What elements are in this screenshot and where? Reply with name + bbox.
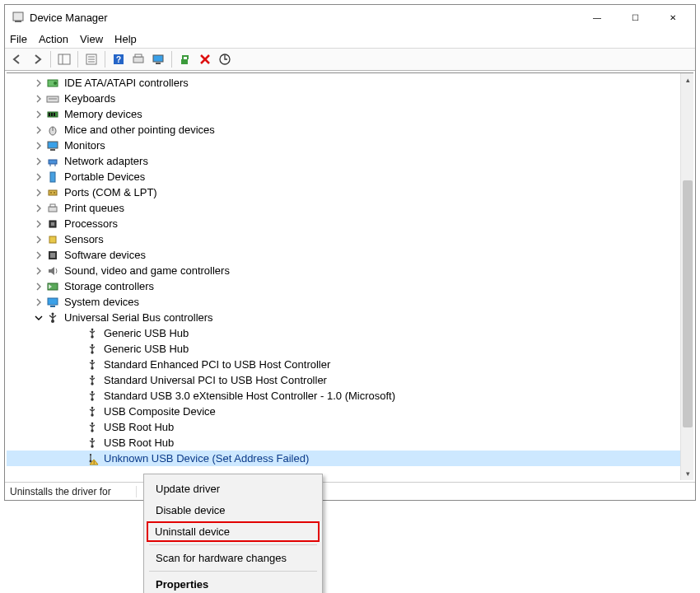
chevron-icon[interactable] <box>33 109 44 120</box>
tree-child-node[interactable]: Generic USB Hub <box>7 341 680 357</box>
tree-child-node[interactable]: Standard Enhanced PCI to USB Host Contro… <box>7 357 680 372</box>
scroll-down-icon[interactable]: ▾ <box>681 467 693 480</box>
tree-child-node[interactable]: !Unknown USB Device (Set Address Failed) <box>7 451 680 466</box>
titlebar[interactable]: Device Manager — ☐ ✕ <box>5 5 695 30</box>
help-button[interactable]: ? <box>110 50 128 68</box>
usb-icon <box>86 437 99 450</box>
svg-point-79 <box>91 406 94 409</box>
svg-rect-24 <box>51 113 53 116</box>
tree-node[interactable]: System devices <box>7 294 680 310</box>
tree-node-label: Sound, video and game controllers <box>64 264 230 277</box>
cm-uninstall-device[interactable]: Uninstall device <box>147 521 320 542</box>
update-driver-button[interactable] <box>176 50 194 68</box>
cm-disable-device[interactable]: Disable device <box>147 500 319 521</box>
menu-action[interactable]: Action <box>39 33 68 45</box>
back-button[interactable] <box>8 50 26 68</box>
tree-node[interactable]: Print queues <box>7 200 680 216</box>
menu-view[interactable]: View <box>80 33 103 45</box>
chevron-icon[interactable] <box>33 312 44 324</box>
tree-child-node[interactable]: USB Composite Device <box>7 404 680 419</box>
tree-child-node[interactable]: Standard Universal PCI to USB Host Contr… <box>7 372 680 388</box>
show-hide-tree-button[interactable] <box>55 50 73 68</box>
tree-child-node[interactable]: Generic USB Hub <box>7 325 680 341</box>
cm-update-driver[interactable]: Update driver <box>147 479 319 499</box>
svg-rect-1 <box>15 21 21 22</box>
tree-node[interactable]: Sound, video and game controllers <box>7 263 680 278</box>
tree-node-label: Memory devices <box>64 108 142 120</box>
forward-button[interactable] <box>28 50 46 68</box>
network-icon <box>46 155 59 168</box>
chevron-icon[interactable] <box>33 140 44 152</box>
chevron-icon[interactable] <box>33 93 44 105</box>
chevron-icon[interactable] <box>33 296 44 308</box>
tree-child-node[interactable]: USB Root Hub <box>7 435 680 451</box>
svg-rect-23 <box>49 113 50 116</box>
vertical-scrollbar[interactable]: ▴ ▾ <box>680 73 693 480</box>
tree-node-label: Sensors <box>64 233 104 245</box>
port-icon <box>46 186 59 199</box>
tree-node[interactable]: Ports (COM & LPT) <box>7 184 680 200</box>
svg-point-94 <box>90 453 91 455</box>
tree-node[interactable]: Network adapters <box>7 153 680 169</box>
chevron-icon[interactable] <box>33 187 44 198</box>
printer-button[interactable] <box>129 50 147 68</box>
svg-point-84 <box>91 422 94 424</box>
svg-point-49 <box>52 312 54 315</box>
svg-rect-34 <box>49 190 57 195</box>
chevron-icon[interactable] <box>33 124 44 136</box>
display-button[interactable] <box>149 50 167 68</box>
svg-rect-14 <box>181 59 188 64</box>
storage-icon <box>46 280 59 293</box>
tree-node[interactable]: IDE ATA/ATAPI controllers <box>7 75 680 91</box>
properties-button[interactable] <box>82 50 100 68</box>
tree-node[interactable]: Memory devices <box>7 106 680 122</box>
tree-node[interactable]: Universal Serial Bus controllers <box>7 310 680 325</box>
chevron-icon[interactable] <box>33 281 44 292</box>
svg-rect-30 <box>49 160 57 164</box>
uninstall-button[interactable] <box>196 50 214 68</box>
chevron-icon[interactable] <box>33 265 44 277</box>
chevron-icon[interactable] <box>33 234 44 245</box>
menubar: File Action View Help <box>5 30 695 48</box>
chevron-icon[interactable] <box>33 171 44 183</box>
minimize-button[interactable]: — <box>578 5 616 30</box>
maximize-button[interactable]: ☐ <box>616 5 654 30</box>
tree-node[interactable]: Mice and other pointing devices <box>7 122 680 138</box>
svg-rect-40 <box>51 222 54 226</box>
hdd-icon <box>46 77 59 90</box>
svg-rect-38 <box>50 204 55 207</box>
tree-node-label: Software devices <box>64 249 146 261</box>
chevron-icon[interactable] <box>33 156 44 167</box>
tree-node-label: Standard USB 3.0 eXtensible Host Control… <box>104 390 395 402</box>
chevron-icon[interactable] <box>33 250 44 261</box>
scroll-thumb[interactable] <box>683 180 693 427</box>
svg-rect-46 <box>50 306 55 307</box>
tree-node-label: Monitors <box>64 139 105 152</box>
tree-node-label: Unknown USB Device (Set Address Failed) <box>104 452 309 465</box>
usb-ctrl-icon <box>46 311 59 325</box>
scroll-up-icon[interactable]: ▴ <box>681 73 693 86</box>
app-icon <box>12 11 25 24</box>
cm-properties[interactable]: Properties <box>147 574 319 593</box>
tree-node[interactable]: Storage controllers <box>7 278 680 294</box>
scan-hardware-button[interactable] <box>216 50 234 68</box>
tree-node[interactable]: Sensors <box>7 231 680 247</box>
tree-node[interactable]: Software devices <box>7 247 680 263</box>
tree-node[interactable]: Monitors <box>7 138 680 153</box>
menu-file[interactable]: File <box>10 33 27 45</box>
tree-node[interactable]: Keyboards <box>7 91 680 106</box>
chevron-icon[interactable] <box>33 218 44 230</box>
device-tree[interactable]: IDE ATA/ATAPI controllersKeyboardsMemory… <box>7 73 680 480</box>
chevron-icon[interactable] <box>33 77 44 89</box>
memory-icon <box>46 108 59 121</box>
svg-rect-10 <box>133 57 143 63</box>
status-text: Uninstalls the driver for <box>5 486 137 497</box>
tree-node[interactable]: Portable Devices <box>7 169 680 184</box>
cm-scan-hardware[interactable]: Scan for hardware changes <box>147 548 319 568</box>
tree-child-node[interactable]: Standard USB 3.0 eXtensible Host Control… <box>7 388 680 404</box>
chevron-icon[interactable] <box>33 203 44 214</box>
close-button[interactable]: ✕ <box>654 5 692 30</box>
menu-help[interactable]: Help <box>114 33 137 45</box>
tree-node[interactable]: Processors <box>7 216 680 231</box>
tree-child-node[interactable]: USB Root Hub <box>7 419 680 435</box>
